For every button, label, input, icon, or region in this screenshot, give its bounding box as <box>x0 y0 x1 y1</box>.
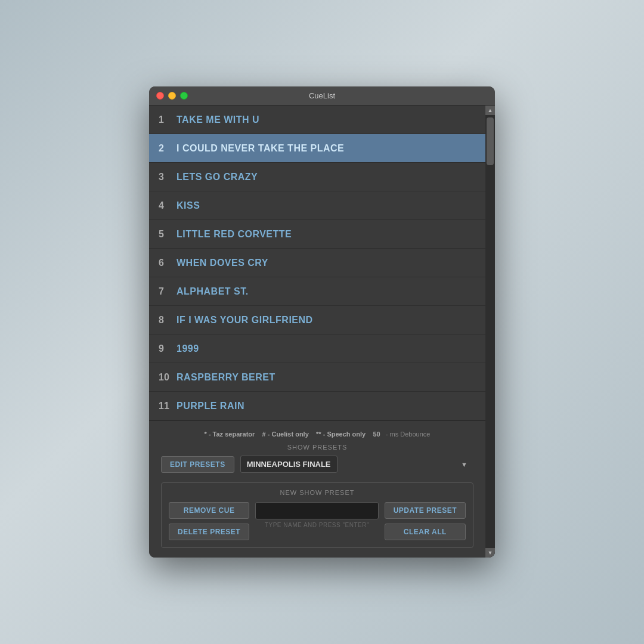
left-buttons: REMOVE CUE DELETE PRESET <box>169 502 249 540</box>
main-window: CueList 1TAKE ME WITH U2I COULD NEVER TA… <box>149 86 495 558</box>
cue-item[interactable]: 1TAKE ME WITH U <box>149 106 485 134</box>
close-button[interactable] <box>156 92 164 100</box>
hints-row: * - Taz separator # - Cuelist only ** - … <box>161 428 473 439</box>
preset-select-wrapper: MINNEAPOLIS FINALETOUR PRESET 1TOUR PRES… <box>240 456 473 473</box>
remove-cue-button[interactable]: REMOVE CUE <box>169 502 249 519</box>
cue-item[interactable]: 4KISS <box>149 191 485 220</box>
debounce-value: 50 <box>373 431 380 438</box>
preset-select[interactable]: MINNEAPOLIS FINALETOUR PRESET 1TOUR PRES… <box>240 456 338 473</box>
window-body: 1TAKE ME WITH U2I COULD NEVER TAKE THE P… <box>149 106 495 558</box>
cue-number: 7 <box>159 286 177 297</box>
new-preset-input[interactable] <box>255 502 379 519</box>
cue-title: TAKE ME WITH U <box>177 114 259 125</box>
cue-number: 5 <box>159 229 177 240</box>
cue-number: 8 <box>159 315 177 326</box>
cue-title: I COULD NEVER TAKE THE PLACE <box>177 143 344 154</box>
scrollbar-thumb[interactable] <box>487 117 494 165</box>
cue-title: ALPHABET ST. <box>177 286 249 297</box>
taz-separator-hint: * - Taz separator <box>205 431 255 438</box>
scroll-up-arrow[interactable]: ▲ <box>485 106 495 115</box>
middle-section: TYPE NAME AND PRESS "ENTER" <box>255 502 379 528</box>
speech-only-hint: ** - Speech only <box>316 431 366 438</box>
right-buttons: UPDATE PRESET CLEAR ALL <box>385 502 466 540</box>
cue-number: 6 <box>159 258 177 268</box>
show-presets-label: SHOW PRESETS <box>161 444 473 451</box>
cue-title: WHEN DOVES CRY <box>177 258 268 268</box>
cue-title: PURPLE RAIN <box>177 401 244 411</box>
cue-item[interactable]: 10RASPBERRY BERET <box>149 363 485 392</box>
cue-item[interactable]: 3LETS GO CRAZY <box>149 163 485 191</box>
update-preset-button[interactable]: UPDATE PRESET <box>385 502 466 519</box>
cue-item[interactable]: 6WHEN DOVES CRY <box>149 249 485 277</box>
cue-list[interactable]: 1TAKE ME WITH U2I COULD NEVER TAKE THE P… <box>149 106 485 420</box>
window-title: CueList <box>309 91 335 100</box>
hints-text: * - Taz separator # - Cuelist only ** - … <box>205 431 431 438</box>
scroll-down-arrow[interactable]: ▼ <box>485 548 495 558</box>
cue-item[interactable]: 2I COULD NEVER TAKE THE PLACE <box>149 134 485 163</box>
cue-title: KISS <box>177 200 200 211</box>
cue-list-area: 1TAKE ME WITH U2I COULD NEVER TAKE THE P… <box>149 106 485 558</box>
delete-preset-button[interactable]: DELETE PRESET <box>169 524 249 540</box>
cue-title: RASPBERRY BERET <box>177 372 275 383</box>
cue-number: 3 <box>159 172 177 182</box>
cue-item[interactable]: 91999 <box>149 335 485 363</box>
cuelist-only-hint: # - Cuelist only <box>262 431 309 438</box>
new-preset-section: NEW SHOW PRESET REMOVE CUE DELETE PRESET… <box>161 482 473 548</box>
cue-number: 11 <box>159 401 177 411</box>
cue-title: LITTLE RED CORVETTE <box>177 229 292 240</box>
edit-presets-button[interactable]: EDIT PRESETS <box>161 456 234 473</box>
cue-item[interactable]: 5LITTLE RED CORVETTE <box>149 220 485 249</box>
titlebar: CueList <box>149 86 495 106</box>
cue-title: IF I WAS YOUR GIRLFRIEND <box>177 315 313 326</box>
cue-number: 2 <box>159 143 177 154</box>
new-preset-label: NEW SHOW PRESET <box>169 489 466 496</box>
cue-number: 1 <box>159 114 177 125</box>
input-hint: TYPE NAME AND PRESS "ENTER" <box>255 522 379 528</box>
presets-row: EDIT PRESETS MINNEAPOLIS FINALETOUR PRES… <box>161 456 473 473</box>
minimize-button[interactable] <box>168 92 176 100</box>
cue-number: 4 <box>159 200 177 211</box>
cue-title: LETS GO CRAZY <box>177 172 258 182</box>
preset-actions-grid: REMOVE CUE DELETE PRESET TYPE NAME AND P… <box>169 502 466 540</box>
cue-number: 10 <box>159 372 177 383</box>
cue-item[interactable]: 11PURPLE RAIN <box>149 392 485 420</box>
debounce-label: - ms Debounce <box>386 431 431 438</box>
scrollbar-track[interactable]: ▲ ▼ <box>485 106 495 558</box>
cue-title: 1999 <box>177 343 199 354</box>
traffic-lights <box>156 92 188 100</box>
bottom-section: * - Taz separator # - Cuelist only ** - … <box>149 420 485 558</box>
maximize-button[interactable] <box>180 92 188 100</box>
cue-item[interactable]: 8IF I WAS YOUR GIRLFRIEND <box>149 306 485 335</box>
clear-all-button[interactable]: CLEAR ALL <box>385 524 466 540</box>
cue-number: 9 <box>159 343 177 354</box>
cue-item[interactable]: 7ALPHABET ST. <box>149 277 485 306</box>
